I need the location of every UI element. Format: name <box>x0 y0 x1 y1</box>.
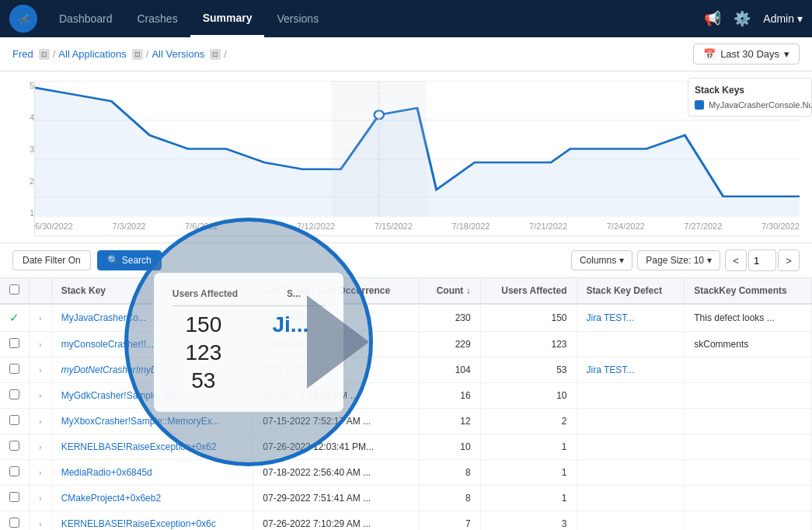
stack-key-link-0[interactable]: MyJavaCrasherCo... <box>61 312 146 323</box>
stack-key-link-5[interactable]: KERNELBASE!RaiseException+0x62 <box>61 441 217 452</box>
expand-btn-1[interactable]: › <box>30 332 52 357</box>
expand-btn-7[interactable]: › <box>30 486 52 511</box>
breadcrumb-bar: Fred ⊡ / All Applications ⊡ / All Versio… <box>0 37 812 71</box>
x-label-9: 7/27/2022 <box>684 221 722 232</box>
stack-key-link-1[interactable]: myConsoleCrasher!!... <box>61 339 154 350</box>
search-button[interactable]: 🔍 Search <box>97 250 162 270</box>
row-checkbox-3[interactable] <box>9 389 19 399</box>
row-checkbox-2[interactable] <box>9 364 19 374</box>
cell-stack-key-3: MyGdkCrasher!Sample::Me... <box>51 383 253 409</box>
expand-btn-4[interactable]: › <box>30 409 52 434</box>
cell-comments-4 <box>685 409 812 434</box>
x-label-5: 7/15/2022 <box>375 221 413 232</box>
notifications-icon[interactable]: 📢 <box>704 10 721 27</box>
stack-key-link-7[interactable]: CMakeProject4+0x6eb2 <box>61 493 161 504</box>
cell-users-8: 3 <box>480 511 577 531</box>
cell-count-6: 8 <box>420 460 480 486</box>
date-filter-on-button[interactable]: Date Filter On <box>12 250 91 270</box>
row-checkbox-1[interactable] <box>9 338 19 348</box>
row-checkbox-5[interactable] <box>9 441 19 451</box>
fred-expand-icon[interactable]: ⊡ <box>39 49 50 60</box>
breadcrumb: Fred ⊡ / All Applications ⊡ / All Versio… <box>12 48 227 60</box>
table-row: ✓›MyJavaCrasherCo...6:33:24 AM ...230150… <box>0 304 812 332</box>
chart-x-labels: 6/30/2022 7/3/2022 7/6/2022 7/12/2022 7/… <box>35 218 800 235</box>
row-checkbox-6[interactable] <box>9 466 19 476</box>
nav-crashes[interactable]: Crashes <box>125 0 190 37</box>
apps-expand-icon[interactable]: ⊡ <box>132 49 143 60</box>
next-page-button[interactable]: > <box>778 249 800 271</box>
expand-btn-8[interactable]: › <box>30 511 52 531</box>
cell-comments-7 <box>685 486 812 511</box>
x-label-7: 7/21/2022 <box>529 221 567 232</box>
admin-label: Admin <box>763 12 794 25</box>
stack-key-link-8[interactable]: KERNELBASE!RaiseException+0x6c <box>61 518 216 529</box>
cell-users-5: 1 <box>480 434 577 460</box>
search-icon: 🔍 <box>107 255 119 266</box>
expand-btn-3[interactable]: › <box>30 383 52 409</box>
nav-versions[interactable]: Versions <box>264 0 331 37</box>
versions-expand-icon[interactable]: ⊡ <box>210 49 221 60</box>
breadcrumb-all-apps[interactable]: All Applications <box>58 48 126 60</box>
th-stack-key-defect[interactable]: Stack Key Defect <box>577 278 685 304</box>
cell-defect-0: Jira TEST... <box>577 304 685 332</box>
date-filter-button[interactable]: 📅 Last 30 Days ▾ <box>693 44 800 65</box>
chart-line-svg <box>35 81 800 217</box>
x-label-1: 7/3/2022 <box>113 221 146 232</box>
search-label: Search <box>122 255 152 266</box>
expand-btn-2[interactable]: › <box>30 357 52 383</box>
cell-date-4: 07-15-2022 7:52:17 AM ... <box>253 409 420 434</box>
defect-link-2[interactable]: Jira TEST... <box>587 364 635 375</box>
cell-date-7: 07-29-2022 7:51:41 AM ... <box>253 486 420 511</box>
x-label-0: 6/30/2022 <box>35 221 73 232</box>
prev-page-button[interactable]: < <box>725 249 747 271</box>
row-checkbox-7[interactable] <box>9 492 19 502</box>
nav-dashboard[interactable]: Dashboard <box>47 0 125 37</box>
th-count[interactable]: Count ↓ <box>420 278 480 304</box>
cell-comments-1: skComments <box>685 332 812 357</box>
columns-button[interactable]: Columns ▾ <box>571 250 633 270</box>
cell-date-1: 7:48:48 AM ... <box>253 332 420 357</box>
y-label-3: 3 <box>12 145 34 154</box>
page-input[interactable] <box>748 249 776 271</box>
nav-right: 📢 ⚙️ Admin ▾ <box>704 10 803 27</box>
row-checkbox-8[interactable] <box>9 518 19 528</box>
th-stackkey-comments[interactable]: StackKey Comments <box>685 278 812 304</box>
cell-comments-6 <box>685 460 812 486</box>
th-users-affected[interactable]: Users Affected <box>480 278 577 304</box>
th-stack-key[interactable]: Stack Key <box>51 278 253 304</box>
table-row: ›MyGdkCrasher!Sample::Me...25-2022 2:29:… <box>0 383 812 409</box>
cell-date-6: 07-18-2022 2:56:40 AM ... <box>253 460 420 486</box>
stack-key-link-6[interactable]: MediaRadio+0x6845d <box>61 467 152 478</box>
cell-comments-3 <box>685 383 812 409</box>
chart-y-axis: 5 4 3 2 1 <box>12 81 34 236</box>
defect-link-0[interactable]: Jira TEST... <box>587 312 635 323</box>
expand-btn-0[interactable]: › <box>30 304 52 332</box>
th-checkbox[interactable] <box>0 278 30 304</box>
cell-users-2: 53 <box>480 357 577 383</box>
table-row: ›myConsoleCrasher!!...7:48:48 AM ...2291… <box>0 332 812 357</box>
settings-icon[interactable]: ⚙️ <box>734 10 751 27</box>
y-label-1: 1 <box>12 208 34 218</box>
cell-date-0: 6:33:24 AM ... <box>253 304 420 332</box>
breadcrumb-fred[interactable]: Fred <box>12 48 33 60</box>
cell-defect-8 <box>577 511 685 531</box>
table-wrapper: Stack Key Jira Ticket / Last Occurrence … <box>0 278 812 530</box>
nav-summary[interactable]: Summary <box>190 0 265 37</box>
cell-defect-6 <box>577 460 685 486</box>
stack-key-link-2[interactable]: myDotNetCrasher!myD... <box>61 364 166 375</box>
controls-right: Columns ▾ Page Size: 10 ▾ < > <box>571 249 800 271</box>
page-size-button[interactable]: Page Size: 10 ▾ <box>637 250 720 270</box>
breadcrumb-all-versions[interactable]: All Versions <box>152 48 204 60</box>
expand-btn-6[interactable]: › <box>30 460 52 486</box>
stack-key-link-3[interactable]: MyGdkCrasher!Sample::Me... <box>61 390 184 401</box>
select-all-checkbox[interactable] <box>9 284 19 295</box>
table-row: ›KERNELBASE!RaiseException+0x6c07-26-202… <box>0 511 812 531</box>
table-row: ›CMakeProject4+0x6eb207-29-2022 7:51:41 … <box>0 486 812 511</box>
row-checkbox-4[interactable] <box>9 415 19 425</box>
expand-btn-5[interactable]: › <box>30 434 52 460</box>
admin-menu[interactable]: Admin ▾ <box>763 12 803 25</box>
th-jira-date[interactable]: Jira Ticket / Last Occurrence <box>253 278 420 304</box>
stack-key-link-4[interactable]: MyXboxCrasher!Sample::MemoryEx... <box>61 416 220 427</box>
cell-stack-key-0: MyJavaCrasherCo... <box>51 304 253 332</box>
cell-stack-key-4: MyXboxCrasher!Sample::MemoryEx... <box>51 409 253 434</box>
